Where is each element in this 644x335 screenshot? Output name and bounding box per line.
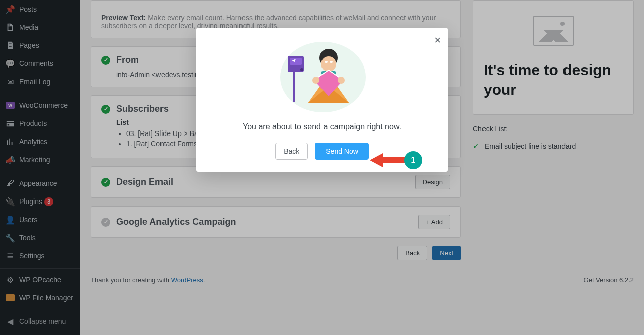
svg-rect-3 — [290, 58, 302, 65]
svg-point-10 — [312, 77, 319, 84]
modal-back-button[interactable]: Back — [275, 143, 308, 160]
svg-point-6 — [321, 56, 336, 72]
svg-point-4 — [300, 68, 303, 71]
svg-rect-8 — [330, 61, 333, 63]
svg-rect-7 — [325, 61, 328, 63]
send-illustration — [206, 38, 438, 113]
svg-point-11 — [338, 77, 345, 84]
send-confirm-modal: × You are about to — [196, 28, 448, 172]
modal-message: You are about to send a campaign right n… — [206, 122, 438, 131]
svg-rect-1 — [293, 71, 295, 102]
close-icon[interactable]: × — [434, 34, 441, 47]
modal-overlay[interactable]: × You are about to — [0, 0, 644, 289]
send-now-button[interactable]: Send Now — [315, 143, 369, 160]
